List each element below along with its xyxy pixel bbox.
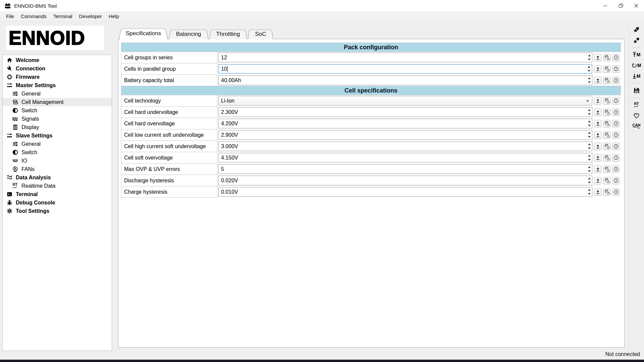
connect-button[interactable]: [630, 25, 643, 34]
sidebar-item-display[interactable]: Display: [3, 123, 112, 131]
can-bus-button[interactable]: CAN: [630, 122, 643, 131]
realtime-data-button[interactable]: RT: [630, 101, 643, 110]
upload-button[interactable]: [594, 97, 601, 105]
restore-default-button[interactable]: [603, 188, 610, 196]
spinbox-charge-hysteresis[interactable]: 0.010V: [218, 187, 592, 197]
restore-default-button[interactable]: [603, 77, 610, 84]
help-button[interactable]: ?: [612, 54, 620, 61]
spin-up-button[interactable]: [587, 53, 592, 58]
upload-button[interactable]: [594, 188, 601, 196]
heart-button[interactable]: [630, 111, 643, 120]
sidebar-item-connection[interactable]: Connection: [3, 64, 112, 73]
restore-default-button[interactable]: [603, 97, 610, 105]
restore-default-button[interactable]: [603, 177, 610, 184]
menu-help[interactable]: Help: [105, 11, 122, 21]
spin-up-button[interactable]: [587, 176, 592, 181]
spinbox-cell-soft-overvoltage[interactable]: 4.150V: [218, 153, 592, 163]
help-button[interactable]: ?: [612, 166, 620, 173]
help-button[interactable]: ?: [612, 97, 620, 105]
spinbox-cell-hard-overvoltage[interactable]: 4.200V: [218, 119, 592, 128]
spin-down-button[interactable]: [587, 58, 592, 62]
upload-button[interactable]: [594, 65, 601, 73]
spin-down-button[interactable]: [587, 158, 592, 162]
menu-commands[interactable]: Commands: [17, 11, 50, 21]
sidebar-item-tool-settings[interactable]: Tool Settings: [3, 207, 112, 215]
menu-terminal[interactable]: Terminal: [50, 11, 76, 21]
spinbox-discharge-hysteresis[interactable]: 0.020V: [218, 176, 592, 185]
help-button[interactable]: ?: [612, 143, 620, 150]
spin-down-button[interactable]: [587, 192, 592, 196]
spinbox-max-ovp-uvp-errors[interactable]: 5: [218, 164, 592, 174]
tab-throttling[interactable]: Throttling: [209, 29, 247, 39]
disconnect-button[interactable]: [630, 36, 643, 45]
spin-up-button[interactable]: [587, 119, 592, 124]
upload-button[interactable]: [594, 120, 601, 127]
spinbox-cell-low-current-soft-undervoltage[interactable]: 2.900V: [218, 130, 592, 140]
spinbox-battery-capacity-total[interactable]: 40.00Ah: [218, 75, 592, 85]
help-button[interactable]: ?: [612, 177, 620, 184]
menu-file[interactable]: File: [3, 11, 17, 21]
sidebar-item-terminal[interactable]: Terminal: [3, 190, 112, 198]
combo-cell-technology[interactable]: Li-Ion: [218, 96, 592, 106]
restore-default-button[interactable]: [603, 131, 610, 139]
sidebar-item-firmware[interactable]: Firmware: [3, 73, 112, 81]
restore-default-button[interactable]: [603, 54, 610, 61]
help-button[interactable]: ?: [612, 154, 620, 162]
restore-default-button[interactable]: [603, 120, 610, 127]
spinbox-cell-high-current-soft-undervoltage[interactable]: 3.000V: [218, 141, 592, 151]
read-master-button[interactable]: M: [630, 72, 643, 81]
restore-default-button[interactable]: [603, 143, 610, 150]
spinbox-cells-in-parallel-group[interactable]: 10: [218, 64, 592, 74]
upload-button[interactable]: [594, 143, 601, 150]
spin-up-button[interactable]: [587, 188, 592, 192]
sidebar-item-data-analysis[interactable]: Data Analysis: [3, 173, 112, 182]
sidebar-item-io[interactable]: IO: [3, 157, 112, 165]
spin-up-button[interactable]: [587, 131, 592, 135]
restore-default-button[interactable]: [603, 166, 610, 173]
upload-button[interactable]: [594, 154, 601, 162]
save-config-button[interactable]: [630, 86, 643, 95]
upload-button[interactable]: [594, 131, 601, 139]
sidebar-item-general[interactable]: General: [3, 140, 112, 148]
spin-up-button[interactable]: [586, 65, 591, 69]
spin-down-button[interactable]: [587, 135, 592, 139]
sidebar-item-switch[interactable]: Switch: [3, 106, 112, 115]
help-button[interactable]: ?: [612, 131, 620, 139]
restore-default-button[interactable]: [603, 65, 610, 73]
restore-button[interactable]: [613, 0, 629, 11]
upload-button[interactable]: [594, 177, 601, 184]
help-button[interactable]: ?: [612, 77, 620, 84]
sidebar-item-switch[interactable]: Switch: [3, 148, 112, 157]
menu-developer[interactable]: Developer: [76, 11, 105, 21]
sidebar-item-fans[interactable]: FANs: [3, 165, 112, 173]
spin-up-button[interactable]: [587, 108, 592, 112]
close-button[interactable]: [629, 0, 644, 11]
help-button[interactable]: ?: [612, 65, 620, 73]
spin-up-button[interactable]: [587, 76, 592, 80]
spin-up-button[interactable]: [587, 142, 592, 146]
spin-down-button[interactable]: [587, 181, 592, 185]
sidebar-item-signals[interactable]: Signals: [3, 115, 112, 123]
write-master-button[interactable]: M: [630, 50, 643, 59]
restore-default-button[interactable]: [603, 154, 610, 162]
reload-master-button[interactable]: M: [630, 61, 643, 70]
sidebar-item-slave-settings[interactable]: Slave Settings: [3, 131, 112, 140]
sidebar-item-master-settings[interactable]: Master Settings: [3, 81, 112, 89]
sidebar-item-welcome[interactable]: Welcome: [3, 56, 112, 64]
minimize-button[interactable]: [598, 0, 613, 11]
spin-down-button[interactable]: [587, 112, 592, 117]
tab-specifications[interactable]: Specifications: [119, 27, 168, 39]
sidebar-item-realtime-data[interactable]: RTRealtime Data: [3, 182, 112, 190]
sidebar-item-debug-console[interactable]: Debug Console: [3, 198, 112, 207]
spin-down-button[interactable]: [587, 169, 592, 174]
tab-balancing[interactable]: Balancing: [169, 29, 208, 39]
upload-button[interactable]: [594, 109, 601, 116]
restore-default-button[interactable]: [603, 109, 610, 116]
spin-up-button[interactable]: [587, 154, 592, 158]
spin-up-button[interactable]: [587, 165, 592, 169]
upload-button[interactable]: [594, 166, 601, 173]
sidebar-item-general[interactable]: General: [3, 89, 112, 98]
upload-button[interactable]: [594, 54, 601, 61]
spin-down-button[interactable]: [587, 146, 592, 151]
tab-soc[interactable]: SoC: [248, 29, 273, 39]
